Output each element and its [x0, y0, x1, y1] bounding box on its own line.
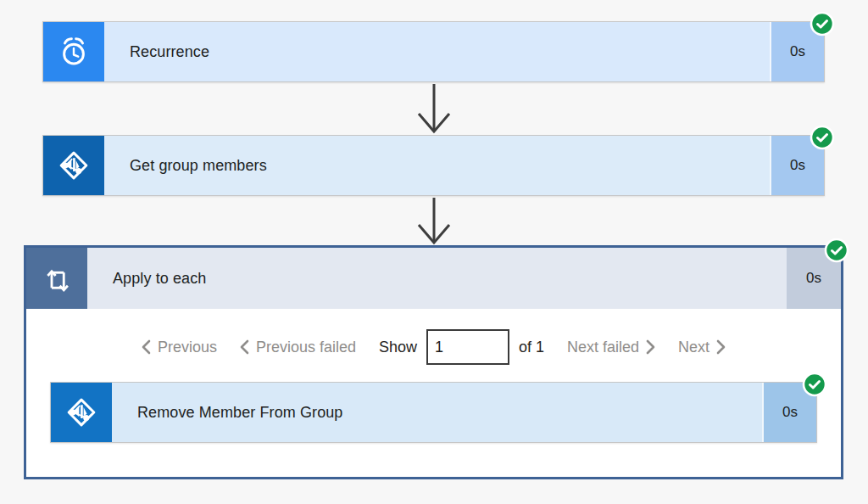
- action-title: Remove Member From Group: [112, 383, 762, 442]
- of-label: of 1: [519, 339, 544, 356]
- apply-to-each-scope: Apply to each 0s Previous Previous faile…: [24, 245, 843, 479]
- action-card-remove-member-from-group[interactable]: Remove Member From Group 0s: [50, 382, 817, 443]
- next-button[interactable]: Next: [678, 339, 726, 356]
- iteration-number-input[interactable]: [426, 329, 509, 365]
- chevron-left-icon: [142, 339, 151, 355]
- down-arrow-icon: [415, 198, 453, 245]
- action-card-get-group-members[interactable]: Get group members 0s: [42, 135, 825, 196]
- check-circle-icon: [802, 372, 827, 397]
- loop-icon: [26, 248, 87, 309]
- action-title: Get group members: [104, 136, 770, 195]
- chevron-right-icon: [716, 339, 726, 355]
- action-card-recurrence[interactable]: Recurrence 0s: [42, 21, 825, 82]
- iteration-pagination: Previous Previous failed Show of 1 Next …: [26, 329, 841, 365]
- flow-run-canvas: Recurrence 0s Get group: [0, 0, 868, 504]
- check-circle-icon: [810, 11, 835, 36]
- previous-failed-label: Previous failed: [256, 339, 356, 356]
- chevron-right-icon: [646, 339, 655, 355]
- alarm-clock-icon: [43, 22, 104, 81]
- apply-to-each-header[interactable]: Apply to each 0s: [26, 248, 841, 309]
- previous-label: Previous: [158, 339, 217, 356]
- down-arrow-icon: [415, 84, 453, 134]
- previous-button[interactable]: Previous: [142, 339, 217, 356]
- azure-ad-icon: [43, 136, 104, 195]
- check-circle-icon: [824, 238, 849, 263]
- action-title: Recurrence: [104, 22, 770, 81]
- next-failed-label: Next failed: [567, 339, 639, 356]
- azure-ad-icon: [51, 383, 112, 442]
- previous-failed-button[interactable]: Previous failed: [240, 339, 356, 356]
- check-circle-icon: [810, 125, 835, 150]
- next-failed-button[interactable]: Next failed: [567, 339, 655, 356]
- show-label: Show: [379, 339, 417, 356]
- next-label: Next: [678, 339, 709, 356]
- action-title: Apply to each: [87, 248, 787, 309]
- chevron-left-icon: [240, 339, 249, 355]
